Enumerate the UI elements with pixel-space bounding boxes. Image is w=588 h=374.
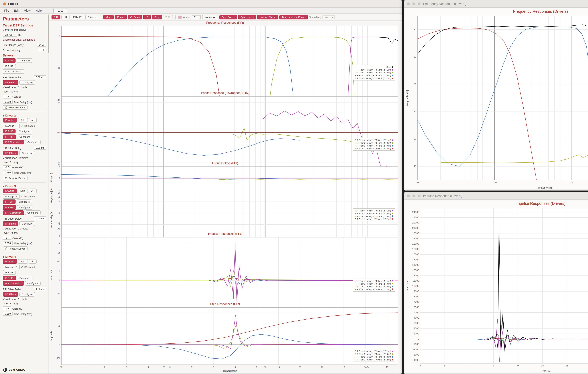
iir-filters-configure-button[interactable]: Configure: [19, 292, 35, 297]
legend-entry[interactable]: FIR Filter 3 - delay ~7.94 ms (2.70 m): [355, 71, 393, 74]
time-delay-input[interactable]: 0.300: [3, 241, 13, 245]
filter-length-input[interactable]: 1500: [37, 43, 46, 46]
gain-input[interactable]: 0.7: [3, 236, 11, 240]
smoothing-select[interactable]: None▾: [322, 15, 335, 19]
plot-area[interactable]: 101001k10k9876543210Group Delay [ms]Freq…: [49, 165, 401, 232]
legend-entry[interactable]: FIR Filter 3 - delay ~7.94 ms (2.70 m): [355, 282, 393, 285]
driver-enabled-button[interactable]: Enabled: [3, 189, 17, 193]
view-tab-iir[interactable]: IIR: [62, 15, 70, 19]
driver-header-driver-3[interactable]: ▾Driver 3: [3, 184, 46, 188]
legend-entry[interactable]: FIR Filter 2 - delay ~7.94 ms (2.70 m): [355, 145, 393, 147]
legend-entry[interactable]: FIR Filter 1 - delay ~7.99 ms (2.72 m): [355, 218, 393, 220]
manage-ir-button[interactable]: Manage IR: [3, 123, 20, 128]
plot-area[interactable]: 101001k10k908070605040Magnitude [dB]Freq…: [405, 14, 588, 189]
plot-area[interactable]: 101001k10k100-10-20-30-40Phase [°]Freque…: [49, 95, 401, 161]
invert-polarity-toggle[interactable]: Invert Polarity: [3, 302, 46, 305]
fir-lp-button[interactable]: FIR LP: [3, 200, 15, 204]
iir-filters-button[interactable]: IIR Filters: [3, 80, 18, 85]
iir-filters-button[interactable]: IIR Filters: [3, 151, 18, 155]
menu-edit[interactable]: Edit: [11, 9, 22, 13]
invert-polarity-toggle[interactable]: Invert Polarity: [3, 231, 46, 235]
manage-ir-button[interactable]: Manage IR: [3, 194, 20, 199]
invert-polarity-toggle[interactable]: Invert Polarity: [3, 161, 46, 164]
legend-entry[interactable]: FIR Filter 4 - delay ~7.96 ms (2.71 m): [355, 279, 393, 282]
legend-entry[interactable]: FIR Filter 2 - delay ~7.94 ms (2.70 m): [355, 215, 393, 217]
iir-filters-configure-button[interactable]: Configure: [19, 80, 35, 85]
fir-hp-button[interactable]: FIR HP: [3, 64, 16, 68]
menu-view[interactable]: View: [22, 9, 33, 13]
toggle-sum-focus[interactable]: Sum Focus: [220, 15, 237, 19]
fir-correction-configure-button[interactable]: Configure: [25, 281, 41, 286]
fir-correction-button[interactable]: FIR Correction: [3, 140, 24, 144]
freq-window-titlebar[interactable]: Frequency Response (Drivers): [404, 0, 588, 8]
impulse-window-titlebar[interactable]: Impulse Response (Drivers): [404, 192, 588, 200]
time-delay-input[interactable]: 0.180: [3, 171, 13, 174]
legend-entry[interactable]: FIR Filter 1 - delay ~7.99 ms (2.72 m): [355, 147, 393, 150]
legend-entry[interactable]: FIR Filter 3 - delay ~7.94 ms (2.70 m): [355, 142, 393, 144]
driver-header-driver-2[interactable]: ▾Driver 2: [3, 114, 46, 117]
fir-lp-configure-button[interactable]: Configure: [16, 58, 32, 63]
view-tab-fir-iir[interactable]: FIR×IIR: [71, 15, 84, 19]
plot-area[interactable]: 012345678910111213141510AmplitudeTime [m…: [49, 306, 401, 373]
driver-solo-button[interactable]: Solo: [18, 259, 28, 264]
fir-lp-button[interactable]: FIR LP: [3, 58, 15, 63]
iir-filters-configure-button[interactable]: Configure: [19, 151, 35, 155]
fir-correction-configure-button[interactable]: Configure: [25, 140, 41, 144]
fir-lp-configure-button[interactable]: Configure: [16, 200, 32, 204]
toggle-time-centered-phase[interactable]: Time-centered Phase: [279, 15, 308, 19]
driver-solo-button[interactable]: Solo: [18, 189, 28, 193]
fir-offset-input[interactable]: 0.00 ms: [34, 75, 46, 79]
gain-input[interactable]: 0.4: [3, 306, 11, 310]
window-control-dot[interactable]: [412, 194, 415, 197]
remove-driver-button[interactable]: Remove Driver: [3, 176, 27, 180]
per-driver-taps-link[interactable]: Enable per-driver tap lengths: [3, 38, 46, 41]
sidebar-scrollbar[interactable]: [48, 14, 49, 374]
fir-correction-button[interactable]: FIR Correction: [3, 69, 24, 74]
plot-area[interactable]: 012345678910111213141510AmplitudeTime [m…: [49, 236, 401, 302]
legend-entry[interactable]: FIR Filter 2 - delay ~7.94 ms (2.70 m): [355, 355, 393, 358]
view-tab-drivers[interactable]: Drivers: [85, 15, 98, 19]
document-tab[interactable]: test: [53, 8, 67, 13]
driver-all-button[interactable]: All: [29, 118, 36, 123]
sampling-frequency-select[interactable]: 93.75k ▾: [3, 33, 17, 37]
plot-toggle-phase[interactable]: Phase: [115, 15, 127, 19]
driver-solo-button[interactable]: Solo: [18, 118, 28, 123]
impulse-drivers-chart[interactable]: Impulse Responses (Drivers)5678910111213…: [405, 200, 588, 372]
fir-hp-configure-button[interactable]: Configure: [17, 205, 32, 210]
fir-hp-button[interactable]: FIR HP: [3, 276, 16, 280]
gain-input[interactable]: 2.5: [3, 95, 11, 98]
legend-entry[interactable]: FIR Filter 4 - delay ~7.96 ms (2.71 m): [355, 350, 393, 352]
plot-toggle-ir[interactable]: IR: [143, 15, 151, 19]
fir-lp-button[interactable]: FIR LP: [3, 129, 15, 133]
fir-lp-configure-button[interactable]: Configure: [16, 129, 32, 133]
window-control-dot[interactable]: [418, 194, 420, 197]
fir-correction-button[interactable]: FIR Correction: [3, 281, 24, 286]
legend-entry[interactable]: FIR Filter 4 - delay ~7.96 ms (2.71 m): [355, 69, 393, 71]
legend-entry[interactable]: FIR Filter 2 - delay ~7.94 ms (2.70 m): [355, 285, 393, 288]
view-tab-fir[interactable]: FIR: [52, 15, 61, 19]
fir-offset-input[interactable]: 0.00 ms: [34, 216, 46, 220]
legend-entry[interactable]: FIR Filter 2 - delay ~7.94 ms (2.70 m): [355, 74, 393, 77]
iir-filters-button[interactable]: IIR Filters: [3, 221, 18, 226]
remove-driver-button[interactable]: Remove Driver: [3, 105, 27, 110]
fir-correction-configure-button[interactable]: Configure: [25, 210, 41, 215]
fir-hp-configure-button[interactable]: Configure: [17, 134, 32, 139]
angle-select[interactable]: 0°▾: [192, 15, 201, 19]
fir-lp-button[interactable]: FIR LP: [3, 270, 15, 275]
fir-offset-input[interactable]: 0.00 ms: [34, 146, 46, 150]
fir-correction-button[interactable]: FIR Correction: [3, 210, 24, 215]
fir-hp-configure-button[interactable]: Configure: [17, 276, 32, 280]
plot-area[interactable]: 5678910111213141524000230002200021000200…: [405, 206, 588, 372]
gain-input[interactable]: -0.5: [3, 165, 11, 169]
color-swatch[interactable]: [178, 16, 182, 19]
legend-entry[interactable]: FIR Filter 3 - delay ~7.94 ms (2.70 m): [355, 212, 393, 214]
legend-entry[interactable]: FIR Filter 1 - delay ~7.99 ms (2.72 m): [355, 358, 393, 361]
invert-polarity-toggle[interactable]: Invert Polarity: [3, 90, 46, 93]
window-control-dot[interactable]: [407, 194, 410, 197]
fir-hp-button[interactable]: FIR HP: [3, 205, 16, 210]
time-delay-input[interactable]: 0.280: [3, 312, 13, 316]
menu-file[interactable]: File: [2, 9, 11, 13]
plot-toggle-thd[interactable]: THD: [163, 15, 173, 19]
menu-help[interactable]: Help: [33, 9, 44, 13]
legend-entry[interactable]: FIR Filter 4 - delay ~7.96 ms (2.71 m): [355, 209, 393, 212]
